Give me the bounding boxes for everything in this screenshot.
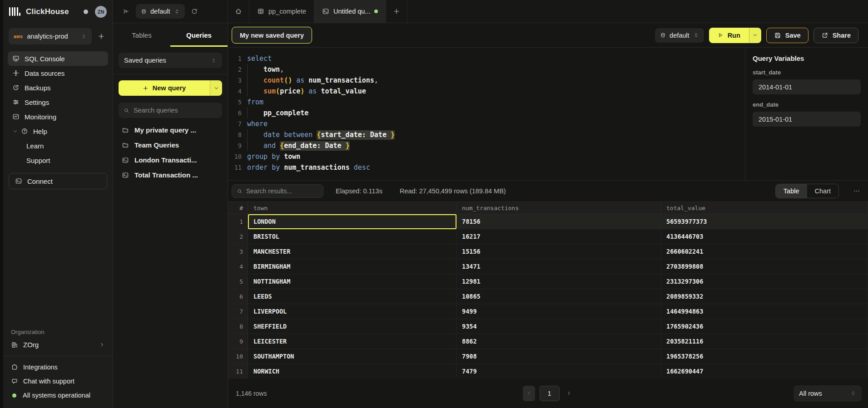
page-size-select[interactable]: All rows [794, 385, 862, 402]
sidebar-item-help[interactable]: Help [8, 124, 108, 138]
table-cell[interactable]: 4136446703 [661, 229, 868, 244]
table-cell[interactable]: 10865 [456, 289, 661, 304]
sidebar-footer-chat-with-support[interactable]: Chat with support [11, 378, 105, 385]
table-cell[interactable]: 78156 [456, 214, 661, 229]
previous-page-button[interactable] [523, 386, 535, 401]
new-query-button[interactable]: New query [119, 80, 222, 96]
table-cell[interactable]: 13471 [456, 259, 661, 274]
query-variable-chip[interactable]: {end_date: Date } [280, 141, 350, 151]
saved-query-tab-label: My new saved query [240, 32, 304, 39]
table-cell[interactable]: 2089859332 [661, 289, 868, 304]
sidebar-item-monitoring[interactable]: Monitoring [8, 109, 108, 124]
page-size-label: All rows [799, 390, 822, 397]
selected-cell[interactable]: LONDON [248, 214, 456, 229]
query-variable-chip[interactable]: {start_date: Date } [317, 130, 395, 140]
organization-item[interactable]: ZOrg [3, 341, 113, 356]
query-database-selector[interactable]: default [655, 28, 704, 43]
collapse-sidebar-icon[interactable] [123, 8, 130, 15]
new-query-main[interactable]: New query [119, 80, 210, 96]
table-cell[interactable]: BIRMINGHAM [248, 259, 456, 274]
page-number[interactable]: 1 [540, 386, 560, 401]
table-cell[interactable]: MANCHESTER [248, 244, 456, 259]
brand-name[interactable]: ClickHouse [26, 7, 69, 16]
tab-untitled-query[interactable]: Untitled qu... [314, 0, 386, 23]
column-header-index[interactable]: # [228, 202, 248, 214]
sidebar-item-data-sources[interactable]: Data sources [8, 66, 108, 80]
sidebar-item-learn[interactable]: Learn [8, 138, 108, 153]
line-number: 1 [230, 55, 242, 62]
table-cell[interactable]: 8862 [456, 334, 661, 349]
more-options-icon[interactable] [851, 187, 862, 195]
next-page-button[interactable] [564, 390, 574, 396]
clickhouse-logo-icon[interactable] [9, 7, 20, 16]
tab-tables[interactable]: Tables [113, 23, 170, 47]
search-results-input[interactable] [246, 187, 318, 195]
organization-name: ZOrg [23, 341, 39, 349]
table-cell[interactable]: 9354 [456, 319, 661, 334]
sidebar-footer-integrations[interactable]: Integrations [11, 364, 105, 371]
sidebar-footer-all-systems-operational[interactable]: All systems operational [11, 392, 105, 399]
tab-pp-complete[interactable]: pp_complete [249, 0, 314, 23]
refresh-icon[interactable] [191, 8, 198, 15]
help-icon [21, 128, 28, 135]
saved-query-tab[interactable]: My new saved query [232, 27, 312, 44]
table-cell[interactable]: NOTTINGHAM [248, 274, 456, 289]
table-cell[interactable]: 2313297306 [661, 274, 868, 289]
search-queries-input[interactable] [134, 107, 217, 114]
table-cell[interactable]: 2035821116 [661, 334, 868, 349]
search-icon [124, 108, 129, 113]
database-selector[interactable]: default [136, 4, 185, 19]
sql-editor[interactable]: 1select2town,3count() as num_transaction… [228, 48, 745, 180]
table-cell[interactable]: 7908 [456, 349, 661, 364]
column-header-total-value[interactable]: total_value [661, 202, 868, 214]
sidebar-item-backups[interactable]: Backups [8, 80, 108, 95]
table-cell[interactable]: LEEDS [248, 289, 456, 304]
sidebar-item-support[interactable]: Support [8, 153, 108, 167]
service-selector[interactable]: aws analytics-prod [9, 28, 92, 44]
view-chart-button[interactable]: Chart [807, 184, 838, 198]
table-cell[interactable]: 2660602241 [661, 244, 868, 259]
save-button[interactable]: Save [766, 28, 808, 43]
new-tab-button[interactable] [386, 0, 407, 23]
table-cell[interactable]: LIVERPOOL [248, 304, 456, 319]
table-cell[interactable]: 15156 [456, 244, 661, 259]
run-button[interactable]: Run [709, 28, 761, 43]
connect-button[interactable]: Connect [9, 173, 107, 189]
table-cell[interactable]: 1765902436 [661, 319, 868, 334]
saved-query-item-london-transacti[interactable]: London Transacti... [119, 152, 222, 167]
table-cell[interactable]: SHEFFIELD [248, 319, 456, 334]
saved-query-item-my-private-query[interactable]: My private query ... [119, 123, 222, 138]
saved-query-item-team-queries[interactable]: Team Queries [119, 138, 222, 152]
run-options-dropdown[interactable] [749, 28, 761, 43]
view-table-button[interactable]: Table [776, 184, 807, 198]
start-date-input[interactable] [753, 79, 861, 94]
avatar[interactable]: ZN [95, 6, 107, 18]
sidebar-item-sql-console[interactable]: SQL Console [8, 51, 108, 66]
table-cell[interactable]: 12981 [456, 274, 661, 289]
saved-query-item-total-transaction[interactable]: Total Transaction ... [119, 167, 222, 182]
share-button[interactable]: Share [813, 28, 858, 43]
column-header-town[interactable]: town [248, 202, 456, 214]
run-button-main[interactable]: Run [709, 28, 749, 43]
table-cell[interactable]: 1965378256 [661, 349, 868, 364]
table-cell[interactable]: SOUTHAMPTON [248, 349, 456, 364]
new-query-dropdown[interactable] [210, 80, 222, 96]
home-button[interactable] [228, 0, 249, 23]
sidebar-item-settings[interactable]: Settings [8, 95, 108, 109]
table-cell[interactable]: NORWICH [248, 364, 456, 379]
saved-queries-select[interactable]: Saved queries [119, 53, 222, 68]
table-cell[interactable]: 9499 [456, 304, 661, 319]
add-service-button[interactable] [95, 33, 107, 40]
column-header-num-transactions[interactable]: num_transactions [456, 202, 661, 214]
table-cell[interactable]: 7479 [456, 364, 661, 379]
end-date-input[interactable] [753, 112, 861, 127]
table-cell[interactable]: 16217 [456, 229, 661, 244]
code-line: 8date between {start_date: Date } [230, 129, 745, 140]
table-cell[interactable]: 2703899808 [661, 259, 868, 274]
tab-queries[interactable]: Queries [170, 23, 228, 47]
table-cell[interactable]: 56593977373 [661, 214, 868, 229]
table-cell[interactable]: 1662690447 [661, 364, 868, 379]
table-cell[interactable]: LEICESTER [248, 334, 456, 349]
table-cell[interactable]: BRISTOL [248, 229, 456, 244]
table-cell[interactable]: 1464994863 [661, 304, 868, 319]
